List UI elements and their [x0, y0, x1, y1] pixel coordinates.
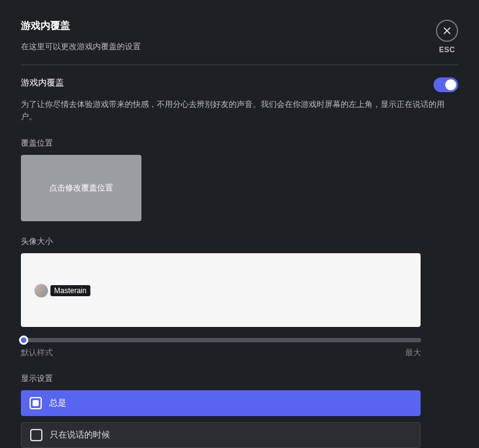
- toggle-knob: [445, 79, 456, 90]
- position-label: 覆盖位置: [21, 138, 458, 149]
- divider: [21, 65, 458, 65]
- page-subtitle: 在这里可以更改游戏内覆盖的设置: [21, 41, 436, 52]
- slider-track: [21, 338, 421, 342]
- overlay-section-title: 游戏内覆盖: [21, 77, 64, 88]
- page-title: 游戏内覆盖: [21, 20, 436, 33]
- slider-max-label: 最大: [405, 347, 421, 358]
- display-radio-group: 总是 只在说话的时候: [21, 390, 458, 448]
- close-button[interactable]: [436, 20, 458, 42]
- avatar-name: Masterain: [50, 285, 90, 296]
- slider-thumb[interactable]: [19, 336, 28, 345]
- radio-option-speaking[interactable]: 只在说话的时候: [21, 422, 421, 448]
- position-button-text: 点击修改覆盖位置: [49, 183, 113, 194]
- position-selector[interactable]: 点击修改覆盖位置: [21, 155, 141, 221]
- radio-label: 总是: [49, 398, 66, 409]
- avatar-size-slider[interactable]: [21, 338, 421, 342]
- avatar-sample: Masterain: [34, 284, 90, 297]
- overlay-toggle[interactable]: [433, 77, 458, 92]
- esc-label: ESC: [439, 45, 455, 54]
- radio-indicator: [30, 397, 42, 409]
- radio-option-always[interactable]: 总是: [21, 390, 421, 416]
- radio-indicator: [30, 429, 42, 441]
- avatar-preview-panel: Masterain: [21, 253, 421, 327]
- display-label: 显示设置: [21, 373, 458, 384]
- avatar-icon: [34, 284, 48, 297]
- close-icon: [442, 26, 452, 36]
- radio-label: 只在说话的时候: [50, 430, 110, 441]
- avatar-size-label: 头像大小: [21, 236, 458, 247]
- slider-min-label: 默认样式: [21, 347, 53, 358]
- overlay-description: 为了让你尽情去体验游戏带来的快感，不用分心去辨别好友的声音。我们会在你游戏时屏幕…: [21, 98, 458, 123]
